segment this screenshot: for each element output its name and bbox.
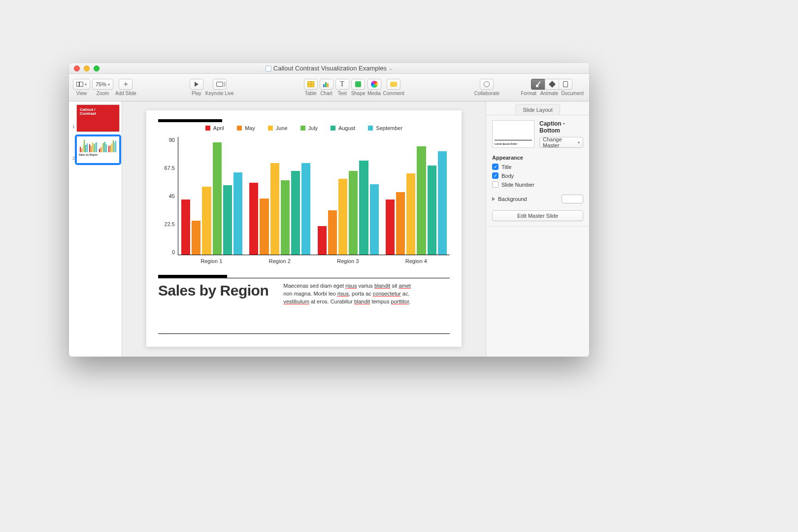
- zoom-window-icon[interactable]: [94, 66, 100, 71]
- media-button[interactable]: [367, 79, 381, 90]
- slide-number-checkbox-label: Slide Number: [501, 182, 534, 188]
- format-label: Format: [518, 91, 539, 96]
- legend-label: April: [213, 125, 224, 131]
- bar-group: [386, 137, 447, 255]
- minimize-icon[interactable]: [84, 66, 90, 71]
- tab-slide-layout[interactable]: Slide Layout: [515, 104, 560, 115]
- table-button[interactable]: [304, 79, 318, 90]
- slide-body-text[interactable]: Maecenas sed diam eget risus varius blan…: [283, 282, 411, 306]
- legend-item: April: [205, 125, 224, 131]
- legend-swatch: [300, 126, 305, 131]
- animate-button[interactable]: [545, 79, 559, 90]
- body-checkbox[interactable]: [492, 172, 499, 179]
- bar: [233, 172, 242, 255]
- main-body: 1 Callout / Contrast 2: [69, 101, 589, 357]
- legend-item: August: [331, 125, 355, 131]
- bar-group: [181, 137, 242, 255]
- play-button[interactable]: [190, 79, 203, 90]
- zoom-button[interactable]: 75%▾: [92, 79, 113, 90]
- bar: [406, 173, 415, 255]
- document-title-text: Callout Contrast Visualization Examples: [273, 65, 387, 72]
- shape-icon: [355, 81, 361, 87]
- x-tick-label: Region 3: [317, 258, 379, 264]
- slide[interactable]: AprilMayJuneJulyAugustSeptember 9067.545…: [146, 110, 462, 347]
- master-name: Caption - Bottom: [539, 120, 583, 134]
- change-master-button[interactable]: Change Master ▾: [539, 137, 583, 148]
- format-button[interactable]: [531, 79, 545, 90]
- title-checkbox[interactable]: [492, 164, 499, 170]
- chart-plot-area: [178, 137, 450, 255]
- slide-canvas[interactable]: AprilMayJuneJulyAugustSeptember 9067.545…: [122, 101, 486, 357]
- comment-button[interactable]: [387, 79, 400, 90]
- bar: [370, 184, 379, 255]
- bar: [270, 163, 279, 255]
- chart-button[interactable]: [320, 79, 333, 90]
- change-master-label: Change Master: [543, 136, 576, 148]
- slide-title[interactable]: Sales by Region: [158, 282, 268, 306]
- chevron-down-icon[interactable]: ⌄: [389, 66, 393, 71]
- legend-label: July: [308, 125, 318, 131]
- play-label: Play: [192, 91, 201, 96]
- legend-swatch: [331, 126, 335, 131]
- collaborate-button[interactable]: [480, 79, 494, 90]
- chart-icon: [323, 81, 330, 87]
- legend-label: May: [245, 125, 255, 131]
- bar: [359, 161, 368, 255]
- thumbnail-row: 2 Sales by Region: [71, 136, 120, 164]
- collaborate-label: Collaborate: [474, 91, 499, 96]
- chart[interactable]: 9067.54522.50: [158, 137, 450, 255]
- master-preview-row: Caption - Bottom Change Master ▾: [492, 120, 583, 148]
- view-label: View: [76, 91, 87, 96]
- text-label: Text: [337, 91, 346, 96]
- keynote-live-button[interactable]: [213, 79, 227, 90]
- disclosure-triangle-icon[interactable]: [492, 197, 495, 201]
- edit-master-slide-button[interactable]: Edit Master Slide: [492, 210, 583, 221]
- document-button[interactable]: [559, 79, 572, 90]
- slide-bottom-rule: [158, 333, 450, 334]
- master-preview-thumb[interactable]: [492, 120, 534, 148]
- slide-thumbnail-1[interactable]: Callout / Contrast: [76, 104, 120, 132]
- document-icon: [266, 66, 271, 71]
- legend-item: September: [368, 125, 402, 131]
- diamond-icon: [548, 81, 555, 88]
- chart-label: Chart: [320, 91, 332, 96]
- bar: [249, 183, 258, 255]
- shape-label: Shape: [351, 91, 366, 96]
- legend-swatch: [368, 126, 373, 131]
- legend-swatch: [268, 126, 273, 131]
- bar: [202, 187, 211, 255]
- text-button[interactable]: T: [335, 79, 349, 90]
- y-tick-label: 22.5: [165, 221, 175, 227]
- bar-group: [249, 137, 310, 255]
- slide-thumbnail-2[interactable]: Sales by Region: [76, 136, 120, 164]
- view-button[interactable]: ▾: [73, 79, 90, 90]
- slide-accent-bar: [158, 119, 222, 122]
- table-label: Table: [305, 91, 317, 96]
- slide-navigator[interactable]: 1 Callout / Contrast 2: [69, 101, 122, 357]
- bar: [301, 163, 310, 255]
- thumbnail-number: 1: [71, 104, 75, 129]
- bar: [328, 210, 337, 255]
- background-color-well[interactable]: [562, 195, 583, 203]
- shape-button[interactable]: [351, 79, 365, 90]
- thumb-mini-chart: [79, 138, 117, 152]
- close-icon[interactable]: [74, 66, 80, 71]
- slide-number-checkbox[interactable]: [492, 181, 499, 188]
- add-slide-label: Add Slide: [115, 91, 136, 96]
- thumb1-line2: Contrast: [80, 112, 116, 116]
- table-icon: [307, 81, 314, 87]
- bar: [291, 171, 300, 255]
- titlebar: Callout Contrast Visualization Examples …: [69, 63, 589, 74]
- bar-group: [318, 137, 379, 255]
- bar: [417, 146, 426, 255]
- broadcast-icon: [216, 82, 223, 87]
- chart-x-axis: Region 1Region 2Region 3Region 4: [178, 255, 450, 264]
- inspector-panel: Slide Layout Caption - Bottom Change Mas…: [486, 101, 589, 357]
- bar: [192, 221, 200, 255]
- legend-item: June: [268, 125, 288, 131]
- toolbar: ▾ View 75%▾ Zoom + Add Slide Play Keynot…: [69, 74, 589, 101]
- add-slide-button[interactable]: +: [119, 79, 133, 90]
- media-icon: [371, 81, 378, 88]
- legend-label: August: [338, 125, 355, 131]
- inspector-tabs: Slide Layout: [486, 101, 589, 115]
